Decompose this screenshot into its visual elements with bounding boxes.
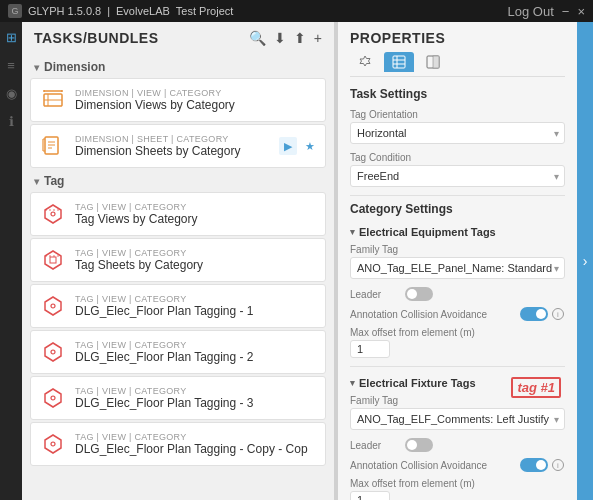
task-meta-tag-sheets: TAG | VIEW | CATEGORY <box>75 248 317 258</box>
task-meta-dlg-3: TAG | VIEW | CATEGORY <box>75 386 317 396</box>
icon-sidebar: ⊞ ≡ ◉ ℹ <box>0 22 22 500</box>
tab-table[interactable] <box>384 52 414 72</box>
tag-condition-select[interactable]: FreeEnd Attached <box>350 165 565 187</box>
logout-button[interactable]: Log Out <box>508 4 554 19</box>
chevron-eq-icon: ▾ <box>350 227 355 237</box>
electrical-fixture-label: Electrical Fixture Tags <box>359 377 476 389</box>
task-item-tag-sheets[interactable]: TAG | VIEW | CATEGORY Tag Sheets by Cate… <box>30 238 326 282</box>
eq-collision-info-icon[interactable]: i <box>552 308 564 320</box>
fix-leader-label: Leader <box>350 440 405 451</box>
svg-rect-17 <box>50 257 56 263</box>
tag-condition-label: Tag Condition <box>350 152 565 163</box>
upload-button[interactable]: ⬆ <box>294 30 306 46</box>
eq-offset-input[interactable] <box>350 340 390 358</box>
task-name-dlg-1: DLG_Elec_Floor Plan Tagging - 1 <box>75 304 317 318</box>
svg-point-26 <box>51 442 55 446</box>
right-edge-panel[interactable]: › <box>577 22 593 500</box>
eq-family-tag-wrapper: ANO_Tag_ELE_Panel_Name: Standard <box>350 257 565 279</box>
tag-orientation-select[interactable]: Horizontal Vertical <box>350 122 565 144</box>
electrical-fixture-header: ▾ Electrical Fixture Tags tag #1 <box>350 377 565 389</box>
fix-family-tag-field: Family Tag ANO_Tag_ELF_Comments: Left Ju… <box>350 395 565 430</box>
eq-leader-toggle[interactable] <box>405 287 433 301</box>
svg-point-24 <box>51 396 55 400</box>
tasks-title: TASKS/BUNDLES <box>34 30 158 46</box>
run-button[interactable]: ▶ <box>279 137 297 155</box>
close-button[interactable]: × <box>577 4 585 19</box>
star-button[interactable]: ★ <box>301 137 319 155</box>
fix-leader-field: Leader <box>350 438 565 452</box>
download-button[interactable]: ⬇ <box>274 30 286 46</box>
eq-collision-toggle[interactable] <box>520 307 548 321</box>
task-item-dlg-2[interactable]: TAG | VIEW | CATEGORY DLG_Elec_Floor Pla… <box>30 330 326 374</box>
eq-family-tag-select[interactable]: ANO_Tag_ELE_Panel_Name: Standard <box>350 257 565 279</box>
title-bar: G GLYPH 1.5.0.8 | EvolveLAB Test Project… <box>0 0 593 22</box>
properties-title: PROPERTIES <box>350 30 565 46</box>
task-item-dimension-views[interactable]: DIMENSION | VIEW | CATEGORY Dimension Vi… <box>30 78 326 122</box>
dlg-tag-icon-1 <box>39 292 67 320</box>
task-name-tag-sheets: Tag Sheets by Category <box>75 258 317 272</box>
field-tag-condition: Tag Condition FreeEnd Attached <box>350 152 565 187</box>
properties-body: Task Settings Tag Orientation Horizontal… <box>338 77 577 500</box>
tab-settings[interactable] <box>350 52 380 72</box>
task-item-dlg-3[interactable]: TAG | VIEW | CATEGORY DLG_Elec_Floor Pla… <box>30 376 326 420</box>
fix-offset-input[interactable] <box>350 491 390 500</box>
svg-marker-19 <box>45 297 61 315</box>
divider-1 <box>350 195 565 196</box>
dim-sheet-icon <box>39 132 67 160</box>
task-item-dlg-copy[interactable]: TAG | VIEW | CATEGORY DLG_Elec_Floor Pla… <box>30 422 326 466</box>
task-info-dlg-1: TAG | VIEW | CATEGORY DLG_Elec_Floor Pla… <box>75 294 317 318</box>
group-label-tag: Tag <box>44 174 64 188</box>
eq-family-tag-label: Family Tag <box>350 244 565 255</box>
task-info-dlg-3: TAG | VIEW | CATEGORY DLG_Elec_Floor Pla… <box>75 386 317 410</box>
sidebar-icon-info[interactable]: ℹ <box>2 112 20 130</box>
add-button[interactable]: + <box>314 30 322 46</box>
task-item-tag-views[interactable]: TAG | VIEW | CATEGORY Tag Views by Categ… <box>30 192 326 236</box>
minimize-button[interactable]: − <box>562 4 570 19</box>
sidebar-icon-grid[interactable]: ⊞ <box>2 28 20 46</box>
svg-rect-32 <box>433 56 439 68</box>
eq-offset-field: Max offset from element (m) <box>350 327 565 358</box>
dlg-tag-icon-2 <box>39 338 67 366</box>
task-meta-dlg-copy: TAG | VIEW | CATEGORY <box>75 432 317 442</box>
section-category-settings: Category Settings <box>350 202 565 216</box>
chevron-down-icon: ▾ <box>34 62 39 73</box>
fix-offset-label: Max offset from element (m) <box>350 478 565 489</box>
tasks-header: TASKS/BUNDLES 🔍 ⬇ ⬆ + <box>22 22 334 52</box>
tab-view[interactable] <box>418 52 448 72</box>
svg-marker-13 <box>45 205 61 223</box>
tasks-list: ▾ Dimension DIMENSION | VIEW | CA <box>22 52 334 500</box>
fix-collision-toggle[interactable] <box>520 458 548 472</box>
search-button[interactable]: 🔍 <box>249 30 266 46</box>
task-meta-tag-views: TAG | VIEW | CATEGORY <box>75 202 317 212</box>
electrical-equipment-section: ▾ Electrical Equipment Tags Family Tag A… <box>350 226 565 358</box>
fix-collision-info-icon[interactable]: i <box>552 459 564 471</box>
fix-collision-label: Annotation Collision Avoidance <box>350 460 520 471</box>
tag-condition-wrapper: FreeEnd Attached <box>350 165 565 187</box>
dlg-tag-icon-3 <box>39 384 67 412</box>
task-info-dlg-2: TAG | VIEW | CATEGORY DLG_Elec_Floor Pla… <box>75 340 317 364</box>
group-header-dimension: ▾ Dimension <box>22 56 334 76</box>
app-logo: G <box>8 4 22 18</box>
tasks-panel: TASKS/BUNDLES 🔍 ⬇ ⬆ + ▾ Dimension <box>22 22 334 500</box>
sidebar-icon-target[interactable]: ◉ <box>2 84 20 102</box>
lab-name: EvolveLAB <box>116 5 170 17</box>
eq-family-tag-field: Family Tag ANO_Tag_ELE_Panel_Name: Stand… <box>350 244 565 279</box>
tag-sheet-icon <box>39 246 67 274</box>
electrical-equipment-label: Electrical Equipment Tags <box>359 226 496 238</box>
task-item-dimension-sheets[interactable]: DIMENSION | SHEET | CATEGORY Dimension S… <box>30 124 326 168</box>
eq-collision-field: Annotation Collision Avoidance i <box>350 307 565 321</box>
title-separator: | <box>107 5 110 17</box>
sidebar-icon-list[interactable]: ≡ <box>2 56 20 74</box>
right-edge-chevron-icon: › <box>583 253 588 269</box>
tag-view-icon <box>39 200 67 228</box>
eq-collision-label: Annotation Collision Avoidance <box>350 309 520 320</box>
svg-marker-16 <box>45 251 61 269</box>
properties-header: PROPERTIES <box>338 22 577 77</box>
svg-rect-27 <box>393 56 405 68</box>
svg-point-22 <box>51 350 55 354</box>
properties-panel: PROPERTIES <box>338 22 577 500</box>
fix-family-tag-select[interactable]: ANO_Tag_ELF_Comments: Left Justify <box>350 408 565 430</box>
task-item-dlg-1[interactable]: TAG | VIEW | CATEGORY DLG_Elec_Floor Pla… <box>30 284 326 328</box>
properties-tabs <box>350 52 565 77</box>
fix-leader-toggle[interactable] <box>405 438 433 452</box>
